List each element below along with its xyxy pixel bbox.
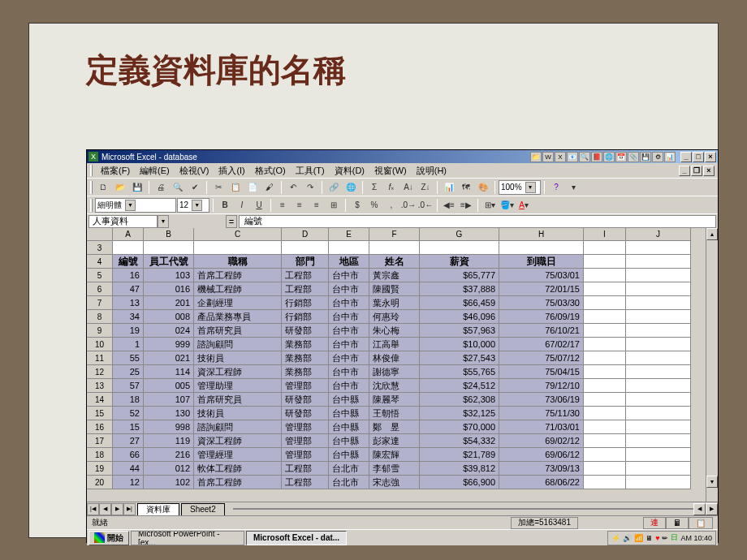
decrease-indent-button[interactable]: ◀≡: [441, 198, 457, 213]
cell[interactable]: 71/03/01: [499, 420, 584, 434]
system-tray[interactable]: ⚡🔊📶🖥♥✏日 AM 10:40: [607, 531, 716, 545]
cell[interactable]: [584, 310, 626, 324]
cell[interactable]: [194, 241, 282, 255]
cell[interactable]: 69/02/12: [499, 434, 584, 448]
toolbar-handle[interactable]: [90, 181, 93, 194]
cell[interactable]: [626, 476, 691, 489]
select-all-corner[interactable]: [87, 228, 113, 241]
cell[interactable]: 管理部: [282, 448, 329, 462]
underline-button[interactable]: U: [251, 198, 267, 213]
italic-button[interactable]: I: [234, 198, 250, 213]
preview-button[interactable]: 🔍: [170, 180, 186, 195]
tab-prev-button[interactable]: ◀: [99, 503, 111, 515]
cell[interactable]: 諮詢顧問: [194, 420, 282, 434]
menu-tools[interactable]: 工具(T): [291, 165, 330, 177]
app-icon[interactable]: 📧: [567, 152, 578, 162]
tab-last-button[interactable]: ▶|: [123, 503, 136, 515]
cell[interactable]: 台中縣: [329, 434, 369, 448]
name-box-dropdown[interactable]: ▼: [158, 215, 169, 228]
cell[interactable]: 工程部: [282, 282, 329, 296]
cell[interactable]: 021: [144, 351, 194, 365]
cell[interactable]: [626, 365, 691, 379]
cell[interactable]: [584, 476, 626, 489]
cell[interactable]: 陳麗琴: [369, 393, 420, 407]
cell[interactable]: 業務部: [282, 351, 329, 365]
col-header[interactable]: I: [584, 228, 626, 241]
sort-desc-button[interactable]: Z↓: [417, 180, 434, 195]
web-toolbar-button[interactable]: 🌐: [343, 180, 359, 195]
cell[interactable]: 台中市: [329, 282, 369, 296]
autosum-button[interactable]: Σ: [366, 180, 382, 195]
help-button[interactable]: ?: [548, 180, 564, 195]
cell[interactable]: 黃宗鑫: [369, 269, 420, 282]
cell-header[interactable]: 編號: [113, 255, 144, 269]
cell[interactable]: [584, 462, 626, 476]
cell[interactable]: 台中縣: [329, 393, 369, 407]
cell[interactable]: 工程部: [282, 462, 329, 476]
cell[interactable]: $24,512: [420, 379, 499, 393]
cell-header[interactable]: 員工代號: [144, 255, 194, 269]
cell[interactable]: 998: [144, 420, 194, 434]
currency-button[interactable]: $: [349, 198, 365, 213]
cell[interactable]: 57: [113, 379, 144, 393]
cell[interactable]: 69/06/12: [499, 448, 584, 462]
align-right-button[interactable]: ≡: [309, 198, 325, 213]
cell[interactable]: [584, 338, 626, 351]
cell[interactable]: [626, 407, 691, 420]
cell[interactable]: [499, 241, 584, 255]
cell[interactable]: 16: [113, 269, 144, 282]
col-header[interactable]: G: [420, 228, 499, 241]
cell[interactable]: 72/01/15: [499, 282, 584, 296]
sheet-tab[interactable]: Sheet2: [181, 503, 225, 515]
cell[interactable]: 行銷部: [282, 296, 329, 310]
cell[interactable]: [584, 269, 626, 282]
cell[interactable]: 何惠玲: [369, 310, 420, 324]
cell[interactable]: $46,096: [420, 310, 499, 324]
tab-next-button[interactable]: ▶: [111, 503, 123, 515]
drawing-button[interactable]: 🎨: [475, 180, 491, 195]
cell[interactable]: 台中市: [329, 351, 369, 365]
tray-icon[interactable]: ✏: [662, 534, 668, 542]
scroll-left-button[interactable]: ◀: [693, 503, 706, 515]
cell[interactable]: [584, 241, 626, 255]
cell[interactable]: 52: [113, 407, 144, 420]
maximize-button[interactable]: □: [693, 152, 704, 162]
toolbar-handle[interactable]: [90, 165, 93, 176]
cell[interactable]: 34: [113, 310, 144, 324]
cell-header[interactable]: 姓名: [369, 255, 420, 269]
cell[interactable]: 75/03/30: [499, 296, 584, 310]
align-center-button[interactable]: ≡: [291, 198, 308, 213]
doc-close-button[interactable]: ×: [703, 166, 715, 176]
cell[interactable]: $66,459: [420, 296, 499, 310]
cell[interactable]: 76/10/21: [499, 324, 584, 338]
cell[interactable]: $27,543: [420, 351, 499, 365]
app-icon[interactable]: 📎: [628, 152, 639, 162]
cell[interactable]: 台中市: [329, 269, 369, 282]
col-header[interactable]: C: [194, 228, 282, 241]
cell[interactable]: [626, 241, 691, 255]
tray-icon[interactable]: ♥: [655, 534, 659, 542]
app-icon[interactable]: 🔍: [579, 152, 590, 162]
cell[interactable]: [626, 269, 691, 282]
col-header[interactable]: E: [329, 228, 369, 241]
cell[interactable]: $62,308: [420, 393, 499, 407]
cell[interactable]: 研發部: [282, 324, 329, 338]
cell[interactable]: 18: [113, 393, 144, 407]
cell[interactable]: 台中縣: [329, 420, 369, 434]
cell[interactable]: 016: [144, 282, 194, 296]
cell[interactable]: $21,789: [420, 448, 499, 462]
formula-equals[interactable]: =: [226, 215, 237, 228]
tray-icon[interactable]: ⚡: [611, 534, 620, 542]
font-color-button[interactable]: A▾: [516, 198, 532, 213]
cell[interactable]: 75/03/01: [499, 269, 584, 282]
paste-button[interactable]: 📄: [244, 180, 261, 195]
cell[interactable]: 台中市: [329, 338, 369, 351]
save-button[interactable]: 💾: [129, 180, 145, 195]
col-header[interactable]: F: [369, 228, 420, 241]
cell[interactable]: 73/06/19: [499, 393, 584, 407]
cell[interactable]: 朱心梅: [369, 324, 420, 338]
cell[interactable]: 76/09/19: [499, 310, 584, 324]
decrease-decimal-button[interactable]: .0←: [417, 198, 434, 213]
cell-header[interactable]: 部門: [282, 255, 329, 269]
function-button[interactable]: fₓ: [383, 180, 399, 195]
